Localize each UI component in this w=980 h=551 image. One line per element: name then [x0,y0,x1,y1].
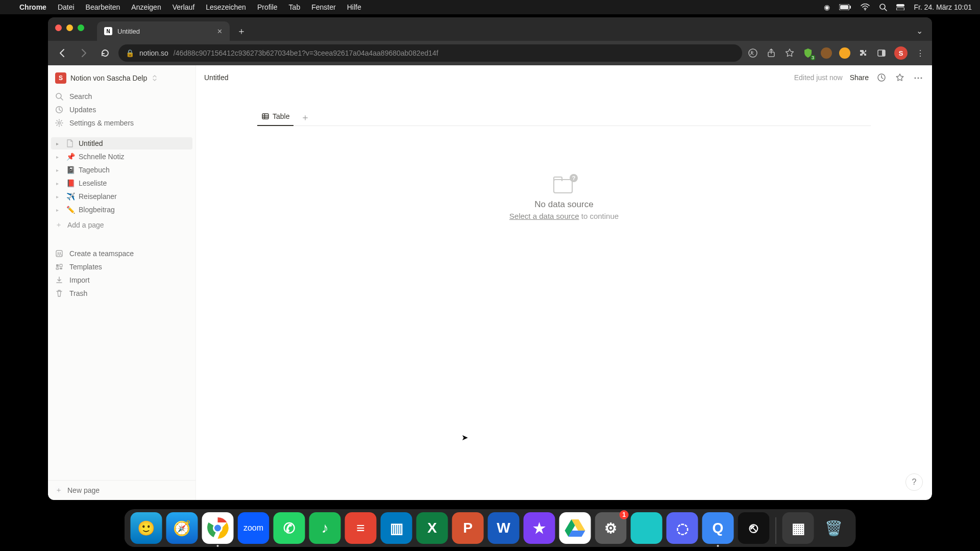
updates-clock-icon[interactable] [876,72,887,83]
extension-adguard-icon[interactable]: 3 [802,47,814,59]
menu-profile[interactable]: Profile [257,3,278,11]
page-item-blogbeitrag[interactable]: ▸ ✏️ Blogbeitrag [51,204,192,216]
database-view-tabs: Table ＋ [257,109,871,126]
chevron-right-icon[interactable]: ▸ [56,207,63,213]
chrome-menu-icon[interactable]: ⋮ [915,47,926,59]
menu-verlauf[interactable]: Verlauf [173,3,195,11]
battery-icon[interactable] [839,4,851,10]
dock-app-drive[interactable] [559,512,591,544]
chevron-right-icon[interactable]: ▸ [56,141,63,146]
chevron-right-icon[interactable]: ▸ [56,154,63,160]
page-more-icon[interactable]: ⋯ [913,72,924,83]
sidebar-create-teamspace[interactable]: Create a teamspace [48,247,195,260]
edited-timestamp: Edited just now [794,73,843,82]
share-icon[interactable] [766,47,777,59]
window-minimize-button[interactable] [66,24,73,31]
forward-button[interactable] [76,45,92,61]
menubar-clock[interactable]: Fr. 24. März 10:01 [914,3,972,11]
wifi-icon[interactable] [861,4,870,11]
page-label: Leseliste [79,179,107,187]
chevron-right-icon[interactable]: ▸ [56,194,63,199]
screen-record-icon[interactable]: ◉ [824,3,830,11]
bookmark-star-icon[interactable] [784,47,795,59]
chevron-right-icon[interactable]: ▸ [56,167,63,173]
chevron-right-icon[interactable]: ▸ [56,181,63,186]
dock-app-excel[interactable]: X [416,512,448,544]
app-badge: 1 [620,510,629,519]
dock-app-mission-control[interactable]: ▦ [782,512,814,544]
side-panel-icon[interactable] [876,47,887,59]
dock-app-trash[interactable]: 🗑️ [818,512,850,544]
dock-app-finder[interactable]: 🙂 [131,512,162,544]
sidebar-item-label: Templates [69,263,102,271]
chevron-updown-icon [152,74,157,82]
menu-fenster[interactable]: Fenster [311,3,335,11]
dock-app-discord[interactable]: ◌ [667,512,698,544]
dock-app-spotify[interactable]: ♪ [309,512,341,544]
page-item-untitled[interactable]: ▸ Untitled [51,137,192,149]
sidebar-import[interactable]: Import [48,273,195,287]
menu-hilfe[interactable]: Hilfe [347,3,361,11]
tabs-dropdown-icon[interactable]: ⌄ [916,26,923,36]
extension-yellow-icon[interactable] [839,47,850,59]
dock-app-word[interactable]: W [488,512,520,544]
svg-line-13 [61,98,63,100]
help-button[interactable]: ? [905,473,923,491]
dock-app-chrome[interactable] [202,512,234,544]
address-bar[interactable]: 🔒 notion.so/46d88c907156412c936273b62703… [118,44,742,62]
select-data-source-link[interactable]: Select a data source [509,212,579,220]
svg-point-18 [59,252,61,254]
window-maximize-button[interactable] [78,24,84,31]
menubar-app-name[interactable]: Chrome [19,3,46,11]
share-button[interactable]: Share [850,73,869,82]
sidebar-trash[interactable]: Trash [48,287,195,300]
favorite-star-icon[interactable] [894,72,905,83]
extension-orange-icon[interactable] [821,47,832,59]
sidebar-settings[interactable]: Settings & members [48,116,195,130]
tab-close-icon[interactable]: ✕ [217,28,223,35]
dock-app-whatsapp[interactable]: ✆ [274,512,305,544]
dock-app-voice-memos[interactable]: ⎋ [738,512,770,544]
reload-button[interactable] [97,45,113,61]
sidebar-search[interactable]: Search [48,90,195,103]
sidebar-updates[interactable]: Updates [48,103,195,116]
browser-tab[interactable]: N Untitled ✕ [97,21,230,41]
menu-anzeigen[interactable]: Anzeigen [131,3,161,11]
page-item-tagebuch[interactable]: ▸ 📓 Tagebuch [51,164,192,176]
sidebar-templates[interactable]: Templates [48,260,195,273]
menu-lesezeichen[interactable]: Lesezeichen [206,3,246,11]
sidebar-new-page[interactable]: ＋ New page [48,480,195,500]
dock-app-safari[interactable]: 🧭 [166,512,198,544]
breadcrumb[interactable]: Untitled [204,73,228,82]
menu-tab[interactable]: Tab [289,3,301,11]
svg-rect-1 [840,5,848,9]
dock-app-powerpoint[interactable]: P [452,512,484,544]
new-page-label: New page [67,486,100,494]
control-center-icon[interactable] [896,4,904,10]
dock-app-settings[interactable]: ⚙1 [595,512,627,544]
svg-rect-6 [896,4,904,7]
translate-icon[interactable] [747,47,758,59]
page-item-reiseplaner[interactable]: ▸ ✈️ Reiseplaner [51,190,192,203]
dock-app-trello[interactable]: ▥ [381,512,412,544]
profile-avatar[interactable]: S [894,46,908,60]
dock-app-app-teal[interactable] [631,512,663,544]
spotlight-icon[interactable] [879,3,887,11]
menu-bearbeiten[interactable]: Bearbeiten [86,3,120,11]
dock-app-imovie[interactable]: ★ [524,512,555,544]
window-close-button[interactable] [55,24,62,31]
teamspace-icon [55,249,64,258]
new-tab-button[interactable]: ＋ [234,23,249,39]
page-item-schnelle-notiz[interactable]: ▸ 📌 Schnelle Notiz [51,151,192,163]
sidebar-add-page[interactable]: ＋ Add a page [48,217,195,233]
back-button[interactable] [54,45,70,61]
workspace-switcher[interactable]: S Notion von Sascha Delp [48,69,195,87]
view-tab-table[interactable]: Table [257,109,293,126]
dock-app-quicktime[interactable]: Q [702,512,734,544]
dock-app-todoist[interactable]: ≡ [345,512,377,544]
extensions-puzzle-icon[interactable] [857,47,869,59]
dock-app-zoom[interactable]: zoom [238,512,270,544]
menu-datei[interactable]: Datei [58,3,75,11]
add-view-button[interactable]: ＋ [297,109,314,126]
page-item-leseliste[interactable]: ▸ 📕 Leseliste [51,177,192,189]
